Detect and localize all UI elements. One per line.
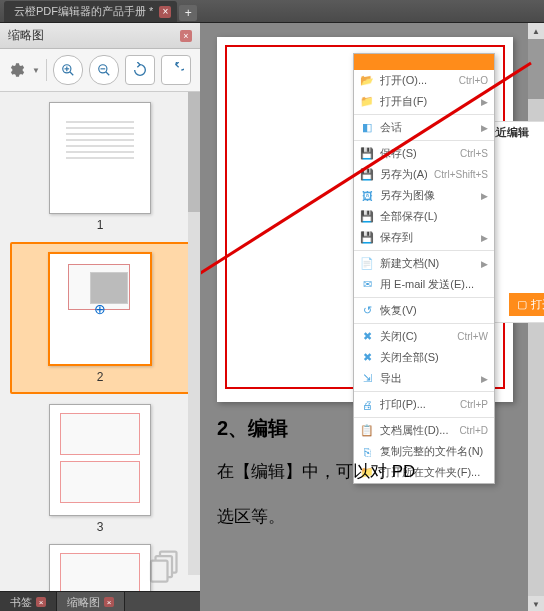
svg-line-6 (106, 72, 110, 76)
section-heading: 2、编辑 (217, 415, 524, 442)
open-icon: ▢ (517, 298, 527, 311)
scroll-up-button[interactable]: ▲ (528, 23, 544, 39)
new-doc-icon: 📄 (360, 257, 374, 271)
image-icon: 🖼 (360, 189, 374, 203)
menu-print[interactable]: 🖨打印(P)...Ctrl+P (354, 394, 494, 415)
document-page[interactable]: 最近编辑 ▢ 打开更 📂打开(O)...Ctrl+O 📁打开自(F)▶ ◧会话▶… (217, 37, 513, 402)
doc-text-section: 2、编辑 在【编辑】中，可以对 PD 选区等。 (217, 415, 524, 550)
zoom-in-button[interactable] (53, 55, 83, 85)
menu-close[interactable]: ✖关闭(C)Ctrl+W (354, 326, 494, 347)
chevron-right-icon: ▶ (481, 97, 488, 107)
thumbnail-item-selected[interactable]: ⊕ 2 (10, 242, 190, 394)
save-icon: 💾 (360, 147, 374, 161)
menu-restore[interactable]: ↺恢复(V) (354, 300, 494, 321)
tab-bookmarks[interactable]: 书签 × (0, 592, 57, 611)
menu-email[interactable]: ✉用 E-mail 发送(E)... (354, 274, 494, 295)
menu-close-all[interactable]: ✖关闭全部(S) (354, 347, 494, 368)
thumbnail-page-3[interactable] (49, 404, 151, 516)
chevron-down-icon[interactable]: ▼ (32, 66, 40, 75)
document-view: ▲ ▼ 最近编辑 ▢ 打开更 📂打开(O)...Ctrl+O 📁打开自(F)▶ (201, 23, 544, 611)
chevron-right-icon: ▶ (481, 123, 488, 133)
close-icon[interactable]: × (104, 597, 114, 607)
crosshair-icon: ⊕ (94, 301, 106, 317)
menu-sessions[interactable]: ◧会话▶ (354, 117, 494, 138)
session-icon: ◧ (360, 121, 374, 135)
section-line-1: 在【编辑】中，可以对 PD (217, 460, 524, 483)
export-icon: ⇲ (360, 372, 374, 386)
page-number: 3 (97, 520, 104, 534)
page-number: 1 (97, 218, 104, 232)
tab-bar: 云橙PDF编辑器的产品手册 * × + (0, 0, 544, 22)
menu-open-from[interactable]: 📁打开自(F)▶ (354, 91, 494, 112)
scrollbar-handle[interactable] (188, 92, 200, 212)
tab-bookmarks-label: 书签 (10, 595, 32, 610)
menu-save-image[interactable]: 🖼另存为图像▶ (354, 185, 494, 206)
open-more-label: 打开更 (531, 297, 544, 312)
gear-icon[interactable] (6, 60, 26, 80)
menu-separator (354, 297, 494, 298)
tab-thumbnails-label: 缩略图 (67, 595, 100, 610)
panel-header: 缩略图 × (0, 23, 200, 49)
chevron-right-icon: ▶ (481, 259, 488, 269)
menu-separator (354, 140, 494, 141)
close-tab-icon[interactable]: × (159, 6, 171, 18)
menu-separator (354, 250, 494, 251)
thumbnail-page-1[interactable] (49, 102, 151, 214)
thumbnail-page-2[interactable]: ⊕ (48, 252, 152, 366)
section-line-2: 选区等。 (217, 505, 524, 528)
menu-save-to[interactable]: 💾保存到▶ (354, 227, 494, 248)
thumbnail-page-4[interactable] (49, 544, 151, 591)
separator (46, 59, 47, 81)
menu-header (354, 54, 494, 70)
save-to-icon: 💾 (360, 231, 374, 245)
document-tab-title: 云橙PDF编辑器的产品手册 * (14, 4, 153, 19)
new-tab-button[interactable]: + (179, 5, 197, 21)
chevron-right-icon: ▶ (481, 233, 488, 243)
rotate-left-button[interactable] (125, 55, 155, 85)
svg-line-3 (70, 72, 74, 76)
menu-new-doc[interactable]: 📄新建文档(N)▶ (354, 253, 494, 274)
menu-open[interactable]: 📂打开(O)...Ctrl+O (354, 70, 494, 91)
tab-thumbnails[interactable]: 缩略图 × (57, 592, 125, 611)
bottom-tabs: 书签 × 缩略图 × (0, 591, 200, 611)
menu-separator (354, 114, 494, 115)
scrollbar-vertical[interactable] (188, 92, 200, 575)
menu-separator (354, 323, 494, 324)
save-all-icon: 💾 (360, 210, 374, 224)
thumbnails-list: 1 ⊕ 2 3 (0, 92, 200, 591)
scrollbar-handle[interactable] (528, 39, 544, 99)
folder-icon: 📁 (360, 95, 374, 109)
menu-save-all[interactable]: 💾全部保存(L) (354, 206, 494, 227)
menu-separator (354, 391, 494, 392)
restore-icon: ↺ (360, 304, 374, 318)
thumbnails-toolbar: ▼ (0, 49, 200, 92)
save-as-icon: 💾 (360, 168, 374, 182)
close-doc-icon: ✖ (360, 330, 374, 344)
zoom-out-button[interactable] (89, 55, 119, 85)
folder-open-icon: 📂 (360, 74, 374, 88)
menu-save[interactable]: 💾保存(S)Ctrl+S (354, 143, 494, 164)
pages-stack-icon (148, 547, 184, 583)
thumbnails-panel: 缩略图 × ▼ 1 (0, 23, 201, 611)
scroll-down-button[interactable]: ▼ (528, 596, 544, 611)
thumbnail-item[interactable]: 1 (10, 102, 190, 232)
chevron-right-icon: ▶ (481, 191, 488, 201)
svg-rect-9 (151, 561, 168, 582)
menu-export[interactable]: ⇲导出▶ (354, 368, 494, 389)
menu-save-as[interactable]: 💾另存为(A)...Ctrl+Shift+S (354, 164, 494, 185)
document-tab[interactable]: 云橙PDF编辑器的产品手册 * × (4, 1, 177, 22)
chevron-right-icon: ▶ (481, 374, 488, 384)
open-more-button[interactable]: ▢ 打开更 (509, 293, 544, 316)
panel-title-text: 缩略图 (8, 27, 44, 44)
page-number: 2 (97, 370, 104, 384)
print-icon: 🖨 (360, 398, 374, 412)
email-icon: ✉ (360, 278, 374, 292)
close-panel-icon[interactable]: × (180, 30, 192, 42)
thumbnail-item[interactable]: 3 (10, 404, 190, 534)
close-all-icon: ✖ (360, 351, 374, 365)
rotate-right-button[interactable] (161, 55, 191, 85)
close-icon[interactable]: × (36, 597, 46, 607)
